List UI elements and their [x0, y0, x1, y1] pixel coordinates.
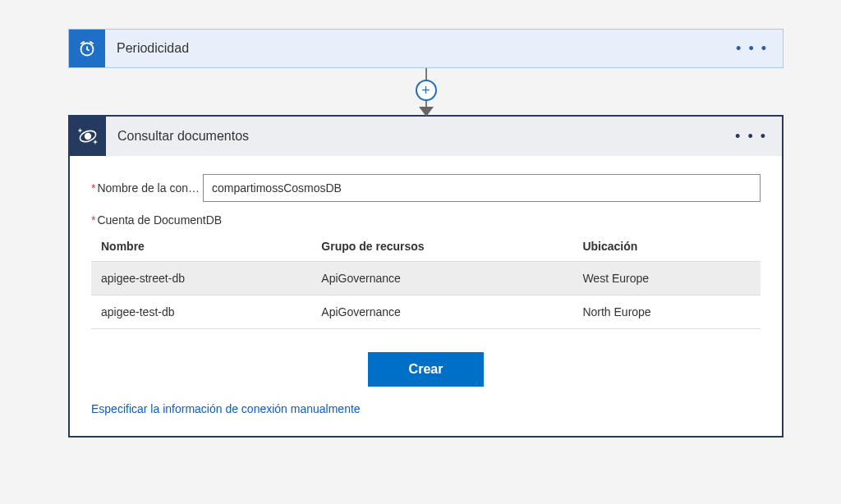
documentdb-table: Nombre Grupo de recursos Ubicación apige… [91, 231, 761, 329]
action-card: Consultar documentos • • • *Nombre de la… [68, 115, 784, 438]
trigger-card[interactable]: Periodicidad • • • [68, 29, 784, 68]
account-label: *Cuenta de DocumentDB [91, 213, 761, 227]
svg-point-2 [85, 133, 91, 140]
action-menu-button[interactable]: • • • [720, 128, 782, 145]
connection-name-label: *Nombre de la conexi… [91, 181, 203, 195]
col-name: Nombre [91, 231, 311, 262]
table-cell: apigee-street-db [91, 262, 311, 296]
col-location: Ubicación [572, 231, 761, 262]
manual-connection-link[interactable]: Especificar la información de conexión m… [91, 402, 361, 415]
action-title: Consultar documentos [106, 129, 720, 144]
connection-name-input[interactable] [203, 174, 761, 202]
table-cell: North Europe [572, 296, 761, 329]
table-row[interactable]: apigee-test-dbApiGovernanceNorth Europe [91, 296, 761, 329]
table-cell: apigee-test-db [91, 296, 311, 329]
table-row[interactable]: apigee-street-dbApiGovernanceWest Europe [91, 262, 761, 296]
create-button[interactable]: Crear [368, 352, 485, 387]
trigger-menu-button[interactable]: • • • [721, 40, 783, 57]
col-group: Grupo de recursos [311, 231, 572, 262]
add-step-button[interactable]: + [416, 80, 437, 101]
action-header[interactable]: Consultar documentos • • • [70, 117, 782, 156]
connector: + [68, 68, 784, 115]
clock-icon [69, 30, 105, 67]
cosmos-icon [70, 117, 106, 156]
table-cell: ApiGovernance [311, 262, 572, 296]
trigger-title: Periodicidad [105, 41, 721, 56]
table-cell: ApiGovernance [311, 296, 572, 329]
table-cell: West Europe [572, 262, 761, 296]
